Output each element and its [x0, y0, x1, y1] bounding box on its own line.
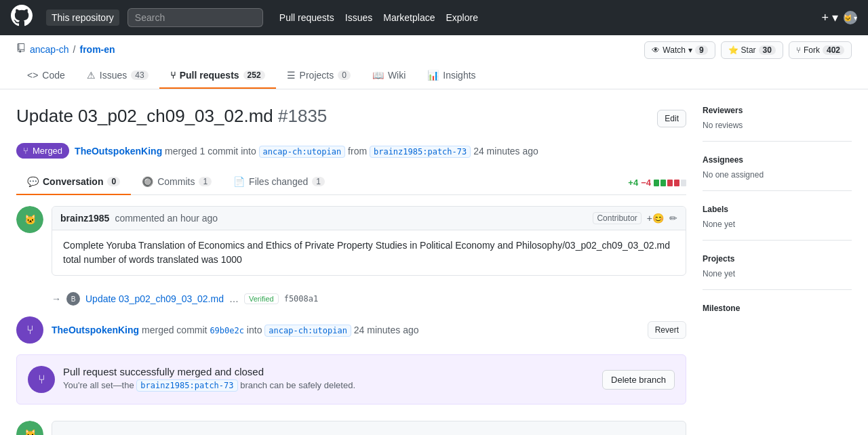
contributor-badge: Contributor	[593, 212, 641, 224]
topnav-explore[interactable]: Explore	[446, 12, 477, 23]
tab-pulls[interactable]: ⑂ Pull requests 252	[159, 63, 276, 89]
files-icon: 📄	[233, 176, 245, 187]
commit-row: → B Update 03_p02_ch09_03_02.md … Verifi…	[52, 287, 686, 311]
watch-count: 9	[695, 45, 708, 55]
sidebar-reviewers: Reviewers No reviews	[703, 106, 852, 142]
watch-button[interactable]: 👁 Watch ▾ 9	[644, 41, 715, 59]
topnav-issues[interactable]: Issues	[345, 12, 372, 23]
comment-author[interactable]: brainz1985	[60, 213, 109, 224]
add-reaction-button[interactable]: +😊	[647, 213, 664, 224]
tab-insights[interactable]: 📊 Insights	[416, 63, 486, 89]
comment-container: 🐱 brainz1985 commented an hour ago Contr…	[16, 206, 686, 276]
tab-pulls-count: 252	[243, 70, 265, 80]
star-label: Star	[741, 45, 756, 55]
new-item-button[interactable]: + ▾	[821, 10, 838, 25]
reviewers-title: Reviewers	[703, 106, 852, 115]
pr-tab-commits[interactable]: 🔘 Commits 1	[131, 169, 222, 195]
pr-tab-conversation[interactable]: 💬 Conversation 0	[16, 169, 131, 195]
pr-title: Update 03_p02_ch09_03_02.md #1835	[16, 106, 327, 127]
search-input[interactable]	[127, 8, 263, 27]
comment-container-2: 🐱	[16, 421, 686, 435]
commit-message-link[interactable]: Update 03_p02_ch09_03_02.md	[85, 293, 224, 304]
comment-box-2	[52, 421, 686, 435]
pr-author[interactable]: TheOutspokenKing	[75, 146, 162, 157]
repo-tabs: <> Code ⚠ Issues 43 ⑂ Pull requests 252 …	[16, 63, 852, 89]
commenter2-avatar: 🐱	[16, 421, 43, 435]
star-button[interactable]: ⭐ Star 30	[721, 41, 783, 59]
source-branch[interactable]: brainz1985:patch-73	[370, 146, 471, 158]
target-branch[interactable]: ancap-ch:utopian	[259, 146, 346, 158]
comment-box: brainz1985 commented an hour ago Contrib…	[52, 206, 686, 276]
labels-value: None yet	[703, 220, 852, 229]
tab-issues-label: Issues	[100, 70, 127, 81]
sidebar-labels: Labels None yet	[703, 205, 852, 241]
topnav-pull-requests[interactable]: Pull requests	[279, 12, 334, 23]
diff-bar	[654, 180, 686, 186]
merged-source-branch[interactable]: brainz1985:patch-73	[136, 379, 237, 392]
user-avatar[interactable]: 🐱 ▾	[844, 11, 857, 24]
tab-projects-count: 0	[338, 70, 351, 80]
repo-context-label: This repository	[46, 9, 119, 26]
issues-icon: ⚠	[87, 70, 96, 81]
diff-block-1	[654, 180, 659, 186]
breadcrumb-owner[interactable]: ancap-ch	[30, 44, 69, 55]
tab-pulls-label: Pull requests	[180, 70, 239, 81]
merged-commit-hash[interactable]: 69b0e2c	[210, 326, 244, 335]
commit-hash[interactable]: f5008a1	[284, 294, 319, 304]
topnav-links: Pull requests Issues Marketplace Explore	[279, 12, 478, 23]
commit-arrow-icon: →	[52, 293, 61, 304]
pr-merged-title: Pull request successfully merged and clo…	[63, 366, 594, 377]
tab-wiki-label: Wiki	[388, 70, 406, 81]
tab-code[interactable]: <> Code	[16, 63, 76, 89]
comment-header: brainz1985 commented an hour ago Contrib…	[52, 207, 686, 230]
comment-time: commented an hour ago	[115, 213, 218, 224]
top-nav: This repository Pull requests Issues Mar…	[0, 0, 868, 35]
breadcrumb-separator: /	[73, 44, 76, 55]
projects-value: None yet	[703, 269, 852, 278]
merger-name[interactable]: TheOutspokenKing	[52, 325, 139, 335]
pr-meta-text: TheOutspokenKing merged 1 commit into an…	[75, 146, 538, 157]
projects-icon: ☰	[287, 70, 296, 81]
code-icon: <>	[27, 70, 38, 81]
pr-number: #1835	[278, 106, 327, 126]
projects-title: Projects	[703, 254, 852, 264]
edit-comment-button[interactable]: ✏	[669, 213, 677, 224]
merge-event: ⑂ TheOutspokenKing merged commit 69b0e2c…	[16, 316, 686, 344]
tab-wiki[interactable]: 📖 Wiki	[361, 63, 416, 89]
tab-code-label: Code	[42, 70, 64, 81]
github-logo-icon[interactable]	[11, 5, 33, 30]
edit-pr-button[interactable]: Edit	[657, 110, 686, 127]
sidebar-milestone: Milestone	[703, 304, 852, 329]
diff-block-4	[674, 180, 679, 186]
deletions-count: −4	[641, 178, 651, 188]
fork-label: Fork	[804, 45, 820, 55]
comment-body: Complete Yoruba Translation of Economics…	[52, 230, 686, 275]
fork-count: 402	[823, 45, 844, 55]
sidebar-assignees: Assignees No one assigned	[703, 155, 852, 191]
fork-button[interactable]: ⑂ Fork 402	[789, 41, 852, 59]
pr-merged-desc: You're all set—the brainz1985:patch-73 b…	[63, 380, 594, 390]
conversation-icon: 💬	[27, 176, 39, 187]
conversation-count: 0	[107, 177, 120, 186]
sub-header: ancap-ch / from-en 👁 Watch ▾ 9 ⭐ Star 30…	[0, 35, 868, 89]
files-label: Files changed	[249, 176, 308, 187]
breadcrumb-repo[interactable]: from-en	[79, 44, 115, 55]
commits-label: Commits	[157, 176, 195, 187]
commits-count: 1	[199, 177, 212, 186]
main-content: Update 03_p02_ch09_03_02.md #1835 Edit ⑂…	[0, 89, 868, 435]
pr-tab-files[interactable]: 📄 Files changed 1	[222, 169, 336, 195]
comment-thread: 🐱 brainz1985 commented an hour ago Contr…	[16, 206, 686, 435]
commenter-avatar: 🐱	[16, 206, 43, 233]
merge-target-branch[interactable]: ancap-ch:utopian	[264, 325, 351, 337]
tab-projects-label: Projects	[300, 70, 334, 81]
tab-issues[interactable]: ⚠ Issues 43	[76, 63, 159, 89]
sidebar: Reviewers No reviews Assignees No one as…	[703, 106, 852, 435]
merge-event-text: TheOutspokenKing merged commit 69b0e2c i…	[52, 325, 639, 335]
eye-icon: 👁	[652, 45, 660, 55]
merged-label: Merged	[33, 146, 62, 156]
tab-projects[interactable]: ☰ Projects 0	[276, 63, 361, 89]
delete-branch-button[interactable]: Delete branch	[602, 370, 675, 390]
revert-button[interactable]: Revert	[648, 321, 686, 339]
topnav-marketplace[interactable]: Marketplace	[383, 12, 435, 23]
commit-verified-badge: Verified	[244, 293, 279, 304]
